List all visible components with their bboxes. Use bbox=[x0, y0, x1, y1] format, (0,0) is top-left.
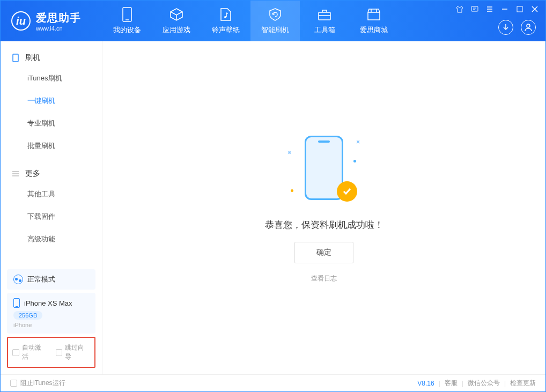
nav-flash[interactable]: 智能刷机 bbox=[250, 1, 300, 41]
sidebar-item-advanced[interactable]: 高级功能 bbox=[1, 228, 102, 250]
checkbox-icon bbox=[56, 349, 63, 356]
view-log-link[interactable]: 查看日志 bbox=[311, 274, 337, 283]
skip-guide-checkbox[interactable]: 跳过向导 bbox=[56, 343, 91, 361]
sidebar-item-download-firmware[interactable]: 下载固件 bbox=[1, 205, 102, 228]
sparkle-icon: ✦ bbox=[353, 137, 363, 146]
shirt-icon[interactable] bbox=[455, 5, 464, 13]
refresh-shield-icon bbox=[268, 7, 283, 22]
device-type: iPhone bbox=[13, 322, 89, 328]
toolbox-icon bbox=[317, 7, 332, 22]
sidebar-header-more: 更多 bbox=[1, 165, 102, 183]
nav-toolbox[interactable]: 工具箱 bbox=[300, 1, 349, 41]
nav-label: 爱思商城 bbox=[360, 25, 388, 35]
sidebar-item-other-tools[interactable]: 其他工具 bbox=[1, 183, 102, 205]
nav-label: 铃声壁纸 bbox=[212, 25, 240, 35]
shop-icon bbox=[366, 7, 381, 22]
top-nav: 我的设备 应用游戏 铃声壁纸 智能刷机 工具箱 爱思商城 bbox=[102, 1, 399, 41]
device-storage: 256GB bbox=[13, 311, 42, 320]
auto-activate-checkbox[interactable]: 自动激活 bbox=[12, 343, 47, 361]
nav-apps[interactable]: 应用游戏 bbox=[152, 1, 201, 41]
svg-rect-20 bbox=[13, 54, 18, 62]
body: 刷机 iTunes刷机 一键刷机 专业刷机 批量刷机 更多 其他工具 下载固件 bbox=[1, 41, 545, 374]
header-actions bbox=[498, 20, 536, 35]
sidebar-section-more: 更多 其他工具 下载固件 高级功能 bbox=[1, 157, 102, 250]
svg-point-19 bbox=[527, 24, 530, 27]
nav-label: 工具箱 bbox=[314, 25, 335, 35]
mode-icon bbox=[13, 275, 23, 284]
nav-mall[interactable]: 爱思商城 bbox=[349, 1, 399, 41]
sidebar: 刷机 iTunes刷机 一键刷机 专业刷机 批量刷机 更多 其他工具 下载固件 bbox=[1, 41, 102, 374]
support-link[interactable]: 客服 bbox=[445, 379, 458, 388]
nav-my-device[interactable]: 我的设备 bbox=[102, 1, 152, 41]
sidebar-item-oneclick-flash[interactable]: 一键刷机 bbox=[1, 90, 102, 112]
success-message: 恭喜您，保资料刷机成功啦！ bbox=[265, 219, 383, 231]
check-badge-icon bbox=[337, 181, 357, 202]
cube-icon bbox=[169, 7, 184, 22]
logo-icon: iu bbox=[11, 11, 31, 31]
app-title: 爱思助手 bbox=[36, 11, 81, 25]
options-box: 自动激活 跳过向导 bbox=[7, 337, 95, 368]
app-url: www.i4.cn bbox=[36, 25, 81, 32]
nav-label: 应用游戏 bbox=[163, 25, 190, 35]
app-logo: iu 爱思助手 www.i4.cn bbox=[1, 11, 102, 32]
mode-status[interactable]: 正常模式 bbox=[7, 269, 95, 290]
sparkle-icon: ✦ bbox=[285, 148, 294, 157]
header: iu 爱思助手 www.i4.cn 我的设备 应用游戏 铃声壁纸 智能刷机 bbox=[1, 1, 545, 41]
svg-rect-0 bbox=[123, 8, 131, 21]
user-button[interactable] bbox=[521, 20, 536, 35]
menu-icon[interactable] bbox=[485, 5, 494, 13]
statusbar: 阻止iTunes运行 V8.16 | 客服 | 微信公众号 | 检查更新 bbox=[1, 374, 545, 391]
success-illustration: ✦ ✦ bbox=[281, 133, 367, 208]
window-controls bbox=[455, 5, 539, 13]
confirm-button[interactable]: 确定 bbox=[294, 242, 353, 263]
phone-outline-icon bbox=[11, 54, 20, 62]
sidebar-item-itunes-flash[interactable]: iTunes刷机 bbox=[1, 67, 102, 90]
sidebar-item-pro-flash[interactable]: 专业刷机 bbox=[1, 112, 102, 135]
download-button[interactable] bbox=[498, 20, 513, 35]
checkbox-icon bbox=[12, 349, 19, 356]
device-name: iPhone XS Max bbox=[24, 299, 72, 307]
wechat-link[interactable]: 微信公众号 bbox=[468, 379, 500, 388]
nav-label: 我的设备 bbox=[113, 25, 141, 35]
sidebar-section-flash: 刷机 iTunes刷机 一键刷机 专业刷机 批量刷机 bbox=[1, 41, 102, 157]
close-button[interactable] bbox=[530, 5, 539, 13]
main-content: ✦ ✦ 恭喜您，保资料刷机成功啦！ 确定 查看日志 bbox=[102, 41, 545, 374]
phone-icon bbox=[13, 298, 20, 308]
feedback-icon[interactable] bbox=[470, 5, 479, 13]
update-link[interactable]: 检查更新 bbox=[510, 379, 536, 388]
list-icon bbox=[11, 169, 20, 178]
device-icon bbox=[120, 7, 135, 22]
minimize-button[interactable] bbox=[500, 5, 509, 13]
sidebar-header-flash: 刷机 bbox=[1, 49, 102, 67]
app-window: iu 爱思助手 www.i4.cn 我的设备 应用游戏 铃声壁纸 智能刷机 bbox=[0, 0, 546, 392]
block-itunes-checkbox[interactable]: 阻止iTunes运行 bbox=[10, 379, 65, 388]
svg-rect-4 bbox=[319, 12, 330, 20]
dot-icon bbox=[291, 189, 293, 192]
checkbox-icon bbox=[10, 380, 17, 387]
dot-icon bbox=[353, 160, 356, 162]
section-title: 刷机 bbox=[25, 53, 40, 63]
maximize-button[interactable] bbox=[515, 5, 524, 13]
mode-label: 正常模式 bbox=[27, 275, 55, 284]
section-title: 更多 bbox=[25, 169, 40, 179]
nav-label: 智能刷机 bbox=[261, 25, 289, 35]
nav-ringtones[interactable]: 铃声壁纸 bbox=[201, 1, 250, 41]
svg-point-3 bbox=[224, 16, 226, 18]
svg-rect-8 bbox=[471, 6, 478, 11]
music-file-icon bbox=[218, 7, 233, 22]
sidebar-bottom: 正常模式 iPhone XS Max 256GB iPhone 自动激活 跳过向… bbox=[1, 266, 102, 374]
device-card[interactable]: iPhone XS Max 256GB iPhone bbox=[7, 293, 95, 334]
version-label: V8.16 bbox=[417, 380, 434, 387]
svg-rect-15 bbox=[517, 6, 522, 12]
sidebar-item-batch-flash[interactable]: 批量刷机 bbox=[1, 135, 102, 157]
